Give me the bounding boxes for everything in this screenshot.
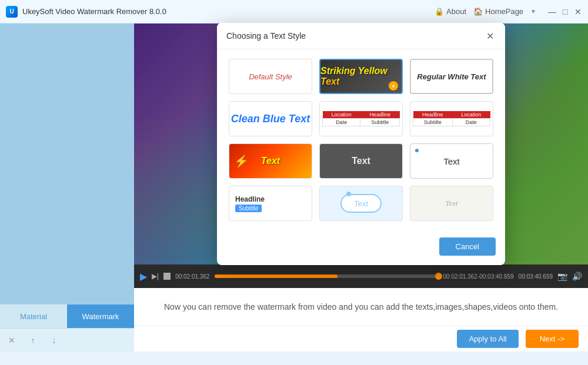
modal-header: Choosing a Text Style ✕ <box>217 23 505 49</box>
move-down-button[interactable]: ↓ <box>47 333 61 347</box>
homepage-button[interactable]: 🏠 HomePage <box>473 7 523 16</box>
tab-material[interactable]: Material <box>0 304 67 328</box>
white-plain-text: Text <box>443 156 460 166</box>
style-white-plain[interactable]: Text <box>410 143 493 179</box>
dropdown-arrow[interactable]: ▼ <box>530 8 536 15</box>
sidebar: Material Watermark ✕ ↑ ↓ <box>0 24 134 351</box>
bubble-text: Text <box>354 199 368 208</box>
about-button[interactable]: 🔒 About <box>435 7 466 16</box>
white-dot <box>415 149 419 152</box>
style-table-red[interactable]: LocationHeadline DateSubtitle <box>319 101 403 136</box>
style-handwriting[interactable]: Text <box>410 186 493 221</box>
time-start: 00:02:01.362 <box>175 273 209 280</box>
apply-to-all-button[interactable]: Apply to All <box>457 330 518 348</box>
delete-button[interactable]: ✕ <box>5 333 19 347</box>
tab-bar: Material Watermark <box>0 304 134 328</box>
title-bar: U UkeySoft Video Watermark Remover 8.0.0… <box>0 0 588 24</box>
headline-subtitle: Subtitle <box>235 205 262 212</box>
main-content: Material Watermark ✕ ↑ ↓ Choosing a Text… <box>0 24 588 351</box>
step-button[interactable]: ▶| <box>152 272 159 280</box>
maximize-button[interactable]: □ <box>561 8 569 16</box>
sidebar-controls: ✕ ↑ ↓ <box>0 328 134 351</box>
style-headline-sub[interactable]: Headline Subtitle <box>229 186 312 221</box>
move-up-button[interactable]: ↑ <box>26 333 40 347</box>
timeline-progress <box>215 274 338 278</box>
app-title: UkeySoft Video Watermark Remover 8.0.0 <box>22 7 166 16</box>
home-icon: 🏠 <box>473 7 483 16</box>
window-controls: — □ ✕ <box>548 8 582 16</box>
yellow-badge: + <box>389 81 398 91</box>
video-area: Choosing a Text Style ✕ Default Style St… <box>134 24 588 264</box>
time-end: 00:03:40.659 <box>519 273 553 280</box>
camera-icon[interactable]: 📷 <box>557 272 567 281</box>
title-bar-right: 🔒 About 🏠 HomePage ▼ — □ ✕ <box>435 7 582 16</box>
handwriting-text: Text <box>445 199 457 208</box>
table-red2-preview: HeadlineLocation SubtitleDate <box>413 111 490 126</box>
tab-watermark[interactable]: Watermark <box>67 304 134 328</box>
style-grid: Default Style Striking Yellow Text + Reg… <box>229 59 493 221</box>
close-button[interactable]: ✕ <box>574 8 582 16</box>
modal-overlay: Choosing a Text Style ✕ Default Style St… <box>134 24 588 264</box>
headline-title: Headline <box>235 195 265 203</box>
timeline-icons: 📷 🔊 <box>557 272 582 281</box>
style-table-red2[interactable]: HeadlineLocation SubtitleDate <box>410 101 493 136</box>
white-style-text: Regular White Text <box>417 72 486 81</box>
bubble-shape: Text <box>340 194 382 213</box>
timeline-track[interactable] <box>215 274 439 278</box>
title-bar-left: U UkeySoft Video Watermark Remover 8.0.0 <box>6 6 166 18</box>
bubble-dot <box>346 192 351 196</box>
style-chooser-modal: Choosing a Text Style ✕ Default Style St… <box>217 23 505 265</box>
style-yellow[interactable]: Striking Yellow Text + <box>319 59 403 94</box>
style-lightning[interactable]: ⚡ Text <box>229 143 312 179</box>
default-style-label: Default Style <box>249 72 292 81</box>
blue-style-text: Clean Blue Text <box>231 113 310 125</box>
stop-button[interactable] <box>163 273 171 280</box>
status-text: Now you can remove the watermark from vi… <box>134 288 588 326</box>
bottom-buttons: Apply to All Next -> <box>134 326 588 351</box>
modal-close-button[interactable]: ✕ <box>484 30 496 42</box>
modal-title: Choosing a Text Style <box>226 31 306 41</box>
bottom-area: Now you can remove the watermark from vi… <box>134 288 588 351</box>
volume-icon[interactable]: 🔊 <box>572 272 582 281</box>
app-icon: U <box>6 6 18 18</box>
style-dark[interactable]: Text <box>319 143 403 179</box>
play-button[interactable]: ▶ <box>140 271 147 282</box>
modal-footer: Cancel <box>217 233 505 265</box>
timeline: ▶ ▶| 00:02:01.362 00:02:01.362-00:03:40.… <box>134 264 588 288</box>
time-range: 00:02:01.362-00:03:40.659 <box>443 273 514 280</box>
modal-body: Default Style Striking Yellow Text + Reg… <box>217 49 505 233</box>
style-bubble[interactable]: Text <box>319 186 403 221</box>
minimize-button[interactable]: — <box>548 8 556 16</box>
dark-style-text: Text <box>352 156 370 166</box>
timeline-thumb <box>435 273 442 280</box>
sidebar-preview <box>0 24 134 304</box>
cancel-button[interactable]: Cancel <box>439 237 496 256</box>
lightning-text: Text <box>261 156 280 166</box>
next-button[interactable]: Next -> <box>526 330 579 348</box>
style-default[interactable]: Default Style <box>229 59 312 94</box>
style-blue[interactable]: Clean Blue Text <box>229 101 312 136</box>
style-white[interactable]: Regular White Text <box>410 59 493 94</box>
table-red-preview: LocationHeadline DateSubtitle <box>322 111 400 126</box>
lightning-icon: ⚡ <box>234 154 249 168</box>
lock-icon: 🔒 <box>435 7 444 16</box>
